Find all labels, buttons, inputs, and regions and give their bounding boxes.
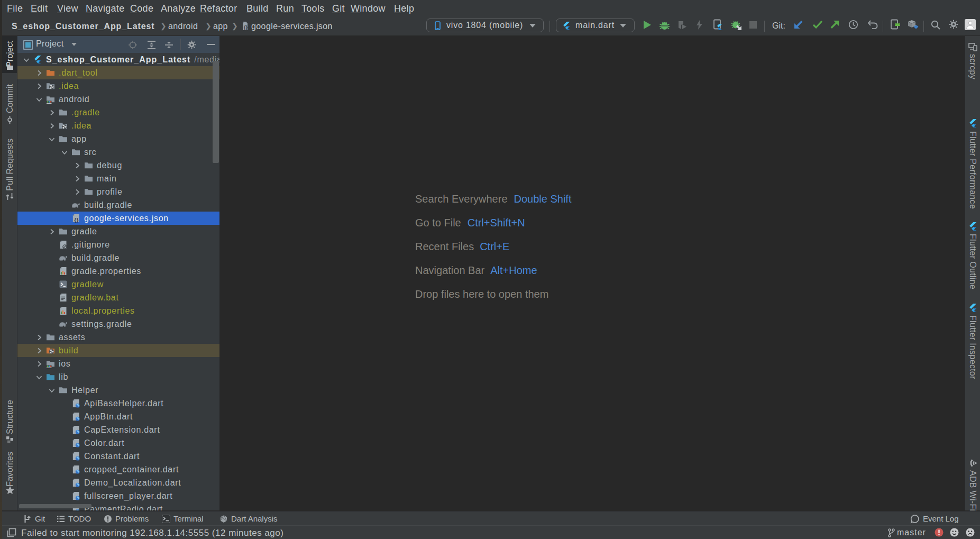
svg-text:{}: {} — [75, 217, 79, 223]
svg-text:{}: {} — [244, 25, 248, 30]
